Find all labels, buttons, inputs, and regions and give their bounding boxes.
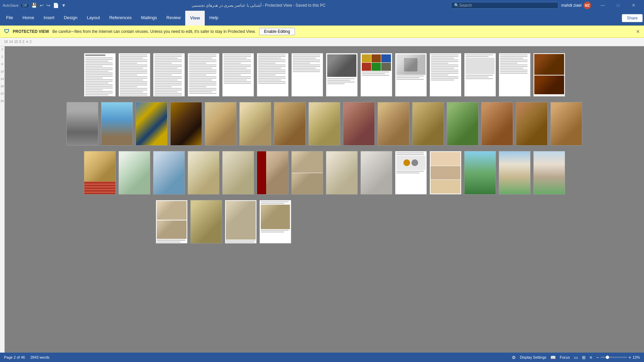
save-icon[interactable]: 💾 xyxy=(31,3,37,8)
page-thumb[interactable] xyxy=(66,102,98,146)
ribbon: File Home Insert Design Layout Reference… xyxy=(0,11,644,25)
tab-design[interactable]: Design xyxy=(59,11,82,25)
page-thumb[interactable] xyxy=(343,102,375,146)
customize-icon[interactable]: ▼ xyxy=(61,3,66,8)
zoom-in-button[interactable]: + xyxy=(629,355,631,360)
autosave-toggle[interactable]: Off xyxy=(20,3,29,8)
horizontal-ruler: 18 14 10 6 2 ✕ 2 xyxy=(0,38,644,46)
page-thumb[interactable] xyxy=(464,151,496,195)
tab-help[interactable]: Help xyxy=(205,11,223,25)
page-thumb[interactable] xyxy=(188,151,219,195)
document-area[interactable] xyxy=(5,46,644,353)
page-thumb[interactable] xyxy=(533,53,565,97)
page-thumb[interactable] xyxy=(257,151,289,195)
redo-icon[interactable]: ↪ xyxy=(46,3,50,8)
search-input[interactable] xyxy=(459,3,553,8)
page-thumb[interactable] xyxy=(360,53,392,97)
page-thumb[interactable] xyxy=(222,151,254,195)
statusbar-right: ⚙ Display Settings 📖 Focus ▭ ⊞ ≡ − + 13% xyxy=(512,355,640,360)
page-thumb[interactable] xyxy=(499,151,531,195)
document-title: آشنایی با عناصر بصری در هنرهای تجسمی - P… xyxy=(69,3,449,8)
tab-home[interactable]: Home xyxy=(18,11,39,25)
page-thumb[interactable] xyxy=(412,102,444,146)
minimize-button[interactable]: — xyxy=(595,0,610,11)
main-content-area: 2 2 6 10 14 18 22 26 xyxy=(0,46,644,353)
tab-view[interactable]: View xyxy=(185,11,204,25)
titlebar-quick-access: 💾 ↩ ↪ 📄 ▼ xyxy=(31,3,66,8)
word-count: 2843 words xyxy=(30,355,49,359)
zoom-thumb xyxy=(606,356,609,359)
page-thumb[interactable] xyxy=(188,53,219,97)
page-row-2 xyxy=(11,102,637,146)
maximize-button[interactable]: □ xyxy=(610,0,626,11)
focus-button[interactable]: 📖 xyxy=(550,355,556,360)
page-thumb[interactable] xyxy=(170,102,202,146)
tab-references[interactable]: References xyxy=(105,11,136,25)
page-thumb[interactable] xyxy=(153,53,185,97)
enable-editing-button[interactable]: Enable Editing xyxy=(259,28,295,35)
page-thumb[interactable] xyxy=(447,102,479,146)
page-thumb[interactable] xyxy=(190,200,222,244)
titlebar-right: mahdi ziaei MZ — □ ✕ xyxy=(561,0,641,11)
tab-layout[interactable]: Layout xyxy=(82,11,105,25)
zoom-out-button[interactable]: − xyxy=(596,355,599,360)
page-thumb[interactable] xyxy=(430,151,461,195)
focus-label[interactable]: Focus xyxy=(560,355,570,359)
page-thumb[interactable] xyxy=(136,102,167,146)
page-thumb[interactable] xyxy=(464,53,496,97)
undo-icon[interactable]: ↩ xyxy=(40,3,44,8)
protected-view-title: PROTECTED VIEW xyxy=(13,29,49,34)
page-thumb[interactable] xyxy=(533,151,565,195)
new-doc-icon[interactable]: 📄 xyxy=(53,3,59,8)
page-thumb[interactable] xyxy=(481,102,513,146)
page-thumb[interactable] xyxy=(118,53,150,97)
page-thumb[interactable] xyxy=(259,200,291,244)
page-thumb[interactable] xyxy=(395,53,427,97)
page-thumb[interactable] xyxy=(430,53,461,97)
title-bar: AutoSave Off 💾 ↩ ↪ 📄 ▼ آشنایی با عناصر ب… xyxy=(0,0,644,11)
autosave-label: AutoSave xyxy=(3,3,19,7)
page-thumb[interactable] xyxy=(499,53,531,97)
read-mode-icon[interactable]: ≡ xyxy=(590,355,592,360)
protected-view-bar: 🛡 PROTECTED VIEW Be careful—files from t… xyxy=(0,25,644,38)
tab-mailings[interactable]: Mailings xyxy=(136,11,162,25)
page-thumb[interactable] xyxy=(118,151,150,195)
page-thumb[interactable] xyxy=(291,53,323,97)
page-thumb[interactable] xyxy=(84,151,116,195)
page-thumb[interactable] xyxy=(516,102,548,146)
print-layout-icon[interactable]: ▭ xyxy=(574,355,578,360)
page-thumb[interactable] xyxy=(326,53,358,97)
zoom-level: 13% xyxy=(633,355,640,359)
window-controls: — □ ✕ xyxy=(595,0,641,11)
page-thumb[interactable] xyxy=(395,151,427,195)
share-button[interactable]: Share xyxy=(622,14,643,22)
page-thumb[interactable] xyxy=(326,151,358,195)
page-thumb[interactable] xyxy=(101,102,133,146)
close-button[interactable]: ✕ xyxy=(626,0,641,11)
page-thumb[interactable] xyxy=(257,53,289,97)
display-settings-label[interactable]: Display Settings xyxy=(520,355,546,359)
page-thumb[interactable] xyxy=(550,102,582,146)
autosave-control[interactable]: AutoSave Off xyxy=(3,3,29,8)
page-thumb[interactable] xyxy=(225,200,257,244)
page-thumb[interactable] xyxy=(291,151,323,195)
user-info[interactable]: mahdi ziaei MZ xyxy=(561,2,591,9)
search-box[interactable]: 🔍 xyxy=(451,2,558,9)
tab-review[interactable]: Review xyxy=(162,11,186,25)
page-thumb[interactable] xyxy=(84,53,116,97)
page-thumb[interactable] xyxy=(205,102,237,146)
display-settings-button[interactable]: ⚙ xyxy=(512,355,516,360)
page-thumb[interactable] xyxy=(378,102,409,146)
zoom-slider[interactable] xyxy=(600,357,627,358)
page-thumb[interactable] xyxy=(239,102,271,146)
page-thumb[interactable] xyxy=(153,151,185,195)
page-thumb[interactable] xyxy=(156,200,188,244)
page-thumb[interactable] xyxy=(360,151,392,195)
page-thumb[interactable] xyxy=(222,53,254,97)
page-thumb[interactable] xyxy=(274,102,306,146)
tab-insert[interactable]: Insert xyxy=(39,11,59,25)
protected-view-close[interactable]: ✕ xyxy=(636,29,640,34)
page-thumb[interactable] xyxy=(308,102,340,146)
tab-file[interactable]: File xyxy=(1,11,18,25)
web-layout-icon[interactable]: ⊞ xyxy=(582,355,586,360)
